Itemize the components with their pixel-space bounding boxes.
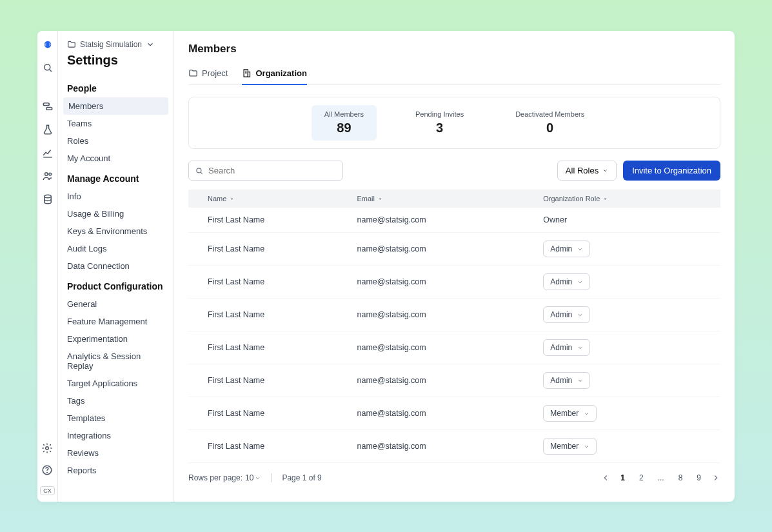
sidebar-item-target-applications[interactable]: Target Applications: [58, 375, 173, 392]
members-title: Members: [188, 43, 720, 55]
col-role[interactable]: Organization Role: [543, 195, 711, 202]
svg-rect-10: [244, 70, 248, 77]
sidebar-item-analytics-session-replay[interactable]: Analytics & Session Replay: [58, 348, 173, 375]
sidebar-item-experimentation[interactable]: Experimentation: [58, 330, 173, 348]
search-icon: [195, 166, 204, 175]
svg-point-4: [45, 173, 48, 176]
section-title: People: [58, 77, 173, 97]
page-title: Settings: [58, 53, 173, 77]
home-icon[interactable]: [42, 39, 54, 50]
role-select[interactable]: Member: [543, 438, 597, 455]
page-9[interactable]: 9: [693, 472, 705, 484]
cell-name: First Last Name: [188, 364, 348, 397]
col-email[interactable]: Email: [357, 195, 526, 202]
sidebar-item-info[interactable]: Info: [58, 188, 173, 205]
rows-per-page-select[interactable]: 10: [245, 473, 261, 482]
database-icon[interactable]: [42, 193, 54, 205]
sidebar-item-keys-environments[interactable]: Keys & Environments: [58, 222, 173, 240]
sidebar-item-data-connection[interactable]: Data Connection: [58, 257, 173, 275]
toolbar: All Roles Invite to Organization: [188, 161, 720, 181]
chevron-down-icon: [584, 444, 589, 449]
sidebar-item-teams[interactable]: Teams: [58, 115, 173, 132]
main-content: Members Project Organization All Members…: [174, 31, 735, 502]
settings-sidebar: Statsig Simulation Settings PeopleMember…: [58, 31, 174, 502]
sidebar-item-reviews[interactable]: Reviews: [58, 444, 173, 462]
cell-name: First Last Name: [188, 208, 348, 233]
sort-icon: [377, 196, 383, 202]
stat-pending-invites[interactable]: Pending Invites 3: [402, 105, 477, 141]
sidebar-item-templates[interactable]: Templates: [58, 409, 173, 427]
sidebar-item-feature-management[interactable]: Feature Management: [58, 313, 173, 330]
sidebar-item-general[interactable]: General: [58, 295, 173, 313]
sidebar-item-my-account[interactable]: My Account: [58, 150, 173, 167]
breadcrumb[interactable]: Statsig Simulation: [58, 40, 173, 53]
chevron-down-icon: [577, 246, 583, 252]
cell-email: name@statsig.com: [348, 397, 535, 430]
chevron-down-icon: [577, 312, 583, 318]
stat-deactivated[interactable]: Deactivated Members 0: [502, 105, 597, 141]
cell-name: First Last Name: [188, 233, 348, 266]
table-row: First Last Namename@statsig.comMember: [188, 397, 720, 430]
page-info: Page 1 of 9: [282, 473, 321, 482]
chart-icon[interactable]: [42, 147, 54, 159]
cell-email: name@statsig.com: [348, 331, 535, 364]
search-input[interactable]: [188, 161, 343, 181]
table-row: First Last Namename@statsig.comAdmin: [188, 266, 720, 299]
sidebar-item-integrations[interactable]: Integrations: [58, 427, 173, 444]
role-select[interactable]: Member: [543, 405, 597, 422]
folder-icon: [67, 40, 76, 49]
nav-rail: CX: [37, 31, 58, 502]
invite-button[interactable]: Invite to Organization: [623, 161, 720, 181]
toggles-icon[interactable]: [42, 101, 54, 112]
stat-all-members[interactable]: All Members 89: [312, 105, 377, 141]
cell-role: Member: [534, 430, 720, 463]
section-title: Manage Account: [58, 167, 173, 188]
chevron-down-icon: [577, 345, 583, 351]
tab-project[interactable]: Project: [188, 64, 228, 84]
gear-icon[interactable]: [41, 442, 53, 454]
table-footer: Rows per page: 10 Page 1 of 9 12...89: [188, 472, 720, 484]
cx-badge[interactable]: CX: [40, 486, 55, 495]
chevron-down-icon: [584, 411, 589, 417]
help-icon[interactable]: [41, 464, 53, 476]
roles-filter[interactable]: All Roles: [557, 161, 617, 181]
cell-name: First Last Name: [188, 266, 348, 299]
sidebar-item-roles[interactable]: Roles: [58, 132, 173, 150]
role-select[interactable]: Admin: [543, 306, 590, 323]
role-select[interactable]: Admin: [543, 372, 590, 389]
page-2[interactable]: 2: [635, 472, 648, 484]
cell-email: name@statsig.com: [348, 208, 535, 233]
table-row: First Last Namename@statsig.comAdmin: [188, 233, 720, 266]
sidebar-item-members[interactable]: Members: [63, 97, 168, 115]
sidebar-item-tags[interactable]: Tags: [58, 392, 173, 409]
flask-icon[interactable]: [42, 124, 54, 135]
svg-rect-3: [46, 108, 52, 110]
sidebar-item-audit-logs[interactable]: Audit Logs: [58, 240, 173, 257]
role-select[interactable]: Admin: [543, 339, 590, 356]
search-wrap: [188, 161, 343, 181]
svg-point-7: [46, 447, 49, 450]
prev-page-button[interactable]: [601, 473, 610, 482]
chevron-down-icon: [146, 40, 155, 49]
table-row: First Last Namename@statsig.comOwner: [188, 208, 720, 233]
tab-organization[interactable]: Organization: [242, 64, 306, 85]
svg-point-9: [47, 472, 48, 473]
role-select[interactable]: Admin: [543, 273, 590, 290]
page-1[interactable]: 1: [617, 472, 629, 484]
search-icon[interactable]: [42, 62, 54, 74]
sidebar-item-usage-billing[interactable]: Usage & Billing: [58, 205, 173, 222]
sidebar-item-reports[interactable]: Reports: [58, 462, 173, 479]
cell-role: Admin: [534, 364, 720, 397]
page-8[interactable]: 8: [675, 472, 687, 484]
users-icon[interactable]: [42, 170, 54, 182]
sort-icon: [229, 196, 235, 202]
role-select[interactable]: Admin: [543, 241, 590, 257]
folder-icon: [188, 68, 198, 78]
scope-tabs: Project Organization: [188, 64, 720, 85]
col-name[interactable]: Name: [208, 195, 339, 202]
svg-point-12: [197, 168, 201, 172]
pagination: 12...89: [601, 472, 720, 484]
cell-name: First Last Name: [188, 299, 348, 331]
breadcrumb-label: Statsig Simulation: [80, 40, 142, 49]
next-page-button[interactable]: [711, 473, 720, 482]
